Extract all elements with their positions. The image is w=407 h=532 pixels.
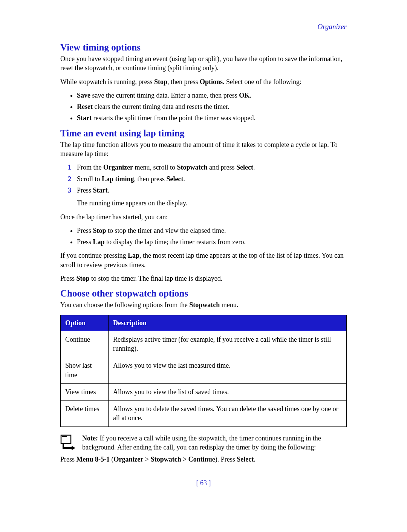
list-item: Press Lap to display the lap time; the t… [77,237,347,246]
options-table: Option Description Continue Redisplays a… [60,315,347,427]
paragraph: Once the lap timer has started, you can: [60,212,347,222]
heading-view-timing-options: View timing options [60,42,347,53]
step-item: Scroll to Lap timing, then press Select. [68,174,347,183]
page-number: [ 63 ] [60,479,347,487]
paragraph: If you continue pressing Lap, the most r… [60,251,347,269]
cell-option: Show last time [61,357,109,384]
paragraph: Once you have stopped timing an event (u… [60,54,347,73]
step-item: From the Organizer menu, scroll to Stopw… [68,163,347,172]
list-item: Press Stop to stop the timer and view th… [77,226,347,235]
list-item: Start restarts the split timer from the … [77,113,347,122]
paragraph: The running time appears on the display. [77,199,347,208]
step-item: Press Start. [68,186,347,195]
paragraph: While stopwatch is running, press Stop, … [60,77,347,86]
table-header-option: Option [61,315,109,331]
paragraph: You can choose the following options fro… [60,300,347,309]
cell-option: View times [61,383,109,400]
cell-description: Allows you to delete the saved times. Yo… [108,401,346,427]
cell-description: Redisplays active timer (for example, if… [108,331,346,357]
table-row: Delete times Allows you to delete the sa… [61,401,347,427]
table-row: View times Allows you to view the list o… [61,383,347,400]
paragraph: The lap time function allows you to meas… [60,140,347,159]
paragraph: Press Stop to stop the timer. The final … [60,274,347,283]
actions-list: Press Stop to stop the timer and view th… [60,226,347,247]
note-block: Note: If you receive a call while using … [60,434,347,452]
cell-option: Continue [61,331,109,357]
note-arrow-icon [60,434,75,450]
header-section: Organizer [60,23,347,31]
table-row: Continue Redisplays active timer (for ex… [61,331,347,357]
list-item: Save save the current timing data. Enter… [77,91,347,100]
cell-option: Delete times [61,401,109,427]
options-list: Save save the current timing data. Enter… [60,91,347,123]
heading-choose-options: Choose other stopwatch options [60,288,347,299]
svg-rect-1 [62,436,67,437]
list-item: Reset clears the current timing data and… [77,102,347,111]
cell-description: Allows you to view the list of saved tim… [108,383,346,400]
steps-list: From the Organizer menu, scroll to Stopw… [60,163,347,195]
heading-lap-timing: Time an event using lap timing [60,128,347,139]
table-header-description: Description [108,315,346,331]
table-row: Show last time Allows you to view the la… [61,357,347,384]
note-text: Note: If you receive a call while using … [82,434,347,452]
cell-description: Allows you to view the last measured tim… [108,357,346,384]
paragraph: Press Menu 8-5-1 (Organizer > Stopwatch … [60,455,347,464]
